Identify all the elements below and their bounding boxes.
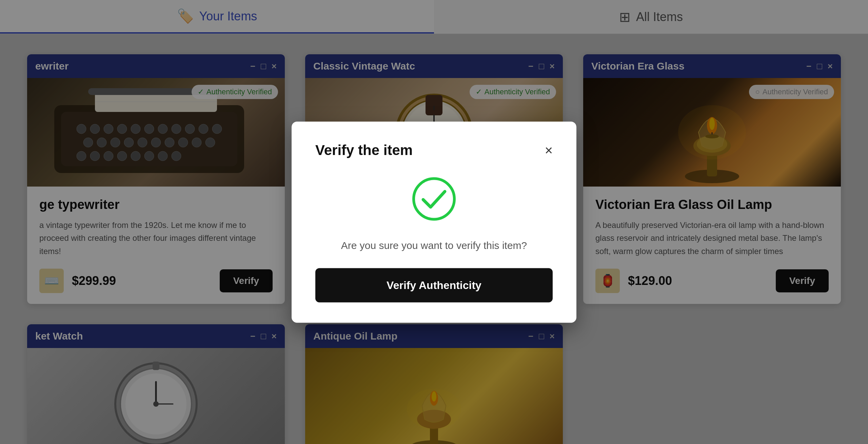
- verify-check-icon: [410, 175, 458, 223]
- svg-point-69: [414, 178, 454, 219]
- modal-verify-authenticity-button[interactable]: Verify Authenticity: [315, 268, 553, 302]
- modal-check-area: [315, 175, 553, 223]
- modal-close-button[interactable]: ×: [545, 143, 553, 157]
- modal-header: Verify the item ×: [315, 142, 553, 158]
- verify-modal: Verify the item × Are you sure you want …: [292, 121, 576, 323]
- modal-question-text: Are you sure you want to verify this ite…: [315, 239, 553, 251]
- modal-title: Verify the item: [315, 142, 413, 158]
